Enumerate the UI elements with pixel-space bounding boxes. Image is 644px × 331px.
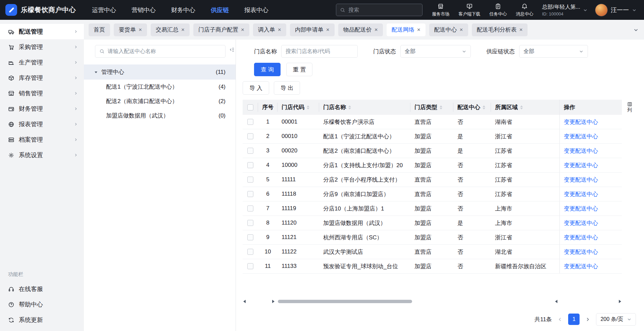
sidebar-item-inventory[interactable]: 库存管理 — [0, 70, 84, 86]
service-market-button[interactable]: 服务市场 — [432, 3, 449, 17]
client-download-button[interactable]: 客户端下载 — [458, 3, 480, 17]
sort-icon[interactable] — [520, 105, 523, 109]
tree-node[interactable]: 加盟店做数据用（武汉） (0) — [84, 108, 236, 123]
change-delivery-center-link[interactable]: 变更配送中心 — [564, 176, 598, 184]
import-button[interactable]: 导 入 — [243, 81, 269, 95]
col-region[interactable]: 所属区域 — [491, 100, 559, 115]
next-page-button[interactable] — [585, 317, 590, 322]
change-delivery-center-link[interactable]: 变更配送中心 — [564, 234, 598, 241]
task-center-button[interactable]: 任务中心 — [489, 3, 507, 17]
close-icon[interactable]: × — [326, 27, 330, 33]
reset-button[interactable]: 重 置 — [286, 63, 313, 76]
change-delivery-center-link[interactable]: 变更配送中心 — [564, 263, 598, 270]
close-icon[interactable]: × — [241, 27, 244, 33]
sidebar-item-delivery[interactable]: 配送管理 — [0, 24, 84, 39]
sidebar-item-purchase[interactable]: 采购管理 — [0, 39, 84, 55]
change-delivery-center-link[interactable]: 变更配送中心 — [564, 219, 598, 227]
supply-chain-status-select[interactable]: 全部 — [519, 45, 588, 58]
tree-node[interactable]: 配送2（南京浦口配送中心） (2) — [84, 94, 236, 108]
close-icon[interactable]: × — [417, 27, 420, 33]
tab-item-active[interactable]: 配送网络× — [387, 23, 426, 36]
change-delivery-center-link[interactable]: 变更配送中心 — [564, 205, 598, 212]
close-icon[interactable]: × — [278, 27, 281, 33]
sidebar-item-reports[interactable]: 报表管理 — [0, 116, 84, 132]
collapse-panel-icon[interactable] — [229, 47, 235, 52]
avatar[interactable] — [595, 4, 608, 16]
change-delivery-center-link[interactable]: 变更配送中心 — [564, 190, 598, 198]
scroll-left-arrow[interactable] — [243, 300, 246, 303]
change-delivery-center-link[interactable]: 变更配送中心 — [564, 161, 598, 169]
nav-item-marketing[interactable]: 营销中心 — [132, 6, 156, 14]
tree-node-root[interactable]: 管理中心 (11) — [84, 64, 236, 80]
sort-icon[interactable] — [348, 105, 351, 109]
nav-item-finance[interactable]: 财务中心 — [171, 6, 195, 14]
message-center-button[interactable]: 消息中心 — [516, 3, 533, 17]
sidebar-item-archives[interactable]: 档案管理 — [0, 132, 84, 147]
col-delivery-center[interactable]: 配送中心 — [453, 100, 491, 115]
tab-item[interactable]: 物品配送价× — [338, 23, 383, 36]
nav-item-operations[interactable]: 运营中心 — [92, 6, 116, 14]
column-settings-button[interactable]: 列 — [623, 100, 636, 115]
tabs-overflow-button[interactable] — [633, 27, 639, 33]
change-delivery-center-link[interactable]: 变更配送中心 — [564, 248, 598, 256]
sidebar-item-sales[interactable]: 销售管理 — [0, 86, 84, 101]
sort-icon[interactable] — [483, 105, 485, 109]
tab-item[interactable]: 配送中心× — [429, 23, 468, 36]
row-checkbox[interactable] — [247, 177, 253, 183]
horizontal-scrollbar[interactable] — [243, 299, 622, 303]
online-support-button[interactable]: 在线客服 — [0, 281, 84, 297]
app-logo[interactable] — [5, 4, 17, 16]
nav-item-supply-chain[interactable]: 供应链 — [211, 6, 229, 14]
scroll-right-arrow[interactable] — [619, 300, 621, 303]
scrollbar-thumb[interactable] — [278, 300, 412, 303]
global-search[interactable] — [336, 4, 423, 16]
tab-item[interactable]: 门店子商户配置× — [193, 23, 249, 36]
tab-item[interactable]: 内部申请单× — [290, 23, 335, 36]
nav-item-reports[interactable]: 报表中心 — [244, 6, 268, 14]
row-checkbox[interactable] — [247, 234, 253, 240]
row-checkbox[interactable] — [247, 263, 253, 269]
sidebar-item-production[interactable]: 生产管理 — [0, 55, 84, 70]
row-checkbox[interactable] — [247, 205, 253, 211]
system-update-button[interactable]: 系统更新 — [0, 312, 84, 328]
scroll-right-arrow[interactable] — [272, 300, 275, 303]
sort-icon[interactable] — [440, 105, 442, 109]
sidebar-item-finance[interactable]: 财务管理 — [0, 101, 84, 116]
close-icon[interactable]: × — [181, 27, 185, 33]
col-store-code[interactable]: 门店代码 — [278, 100, 319, 115]
user-menu[interactable]: 汪一一 — [595, 4, 637, 16]
export-button[interactable]: 导 出 — [274, 81, 300, 95]
global-search-input[interactable] — [348, 7, 418, 13]
sidebar-item-settings[interactable]: 系统设置 — [0, 147, 84, 163]
tree-search-input[interactable] — [108, 48, 221, 54]
row-checkbox[interactable] — [247, 220, 253, 226]
row-checkbox[interactable] — [247, 162, 253, 168]
tab-item[interactable]: 交易汇总× — [151, 23, 190, 36]
row-checkbox[interactable] — [247, 191, 253, 197]
tree-search[interactable] — [95, 45, 226, 58]
change-delivery-center-link[interactable]: 变更配送中心 — [564, 133, 598, 140]
row-checkbox[interactable] — [247, 249, 253, 255]
store-status-select[interactable]: 全部 — [400, 45, 471, 58]
store-name-input[interactable] — [286, 48, 353, 54]
org-switcher[interactable]: 总部/年轻人第... ID: 100004 — [542, 4, 588, 16]
tab-item[interactable]: 配送毛利分析表× — [472, 23, 528, 36]
tab-item[interactable]: 要货单× — [114, 23, 147, 36]
prev-page-button[interactable] — [557, 317, 562, 322]
page-number-button[interactable]: 1 — [568, 314, 580, 325]
select-all-checkbox[interactable] — [247, 104, 253, 110]
row-checkbox[interactable] — [247, 119, 253, 125]
page-size-select[interactable]: 200 条/页 — [596, 313, 636, 326]
search-button[interactable]: 查 询 — [254, 63, 281, 76]
store-name-filter[interactable] — [281, 45, 358, 58]
tab-item[interactable]: 首页 — [89, 23, 110, 36]
change-delivery-center-link[interactable]: 变更配送中心 — [564, 118, 598, 126]
scroll-left-arrow[interactable] — [555, 300, 557, 303]
close-icon[interactable]: × — [519, 27, 523, 33]
change-delivery-center-link[interactable]: 变更配送中心 — [564, 147, 598, 155]
col-store-name[interactable]: 门店名称 — [319, 100, 410, 115]
col-store-type[interactable]: 门店类型 — [410, 100, 453, 115]
sort-icon[interactable] — [307, 105, 309, 109]
help-center-button[interactable]: 帮助中心 — [0, 297, 84, 312]
tab-item[interactable]: 调入单× — [253, 23, 286, 36]
